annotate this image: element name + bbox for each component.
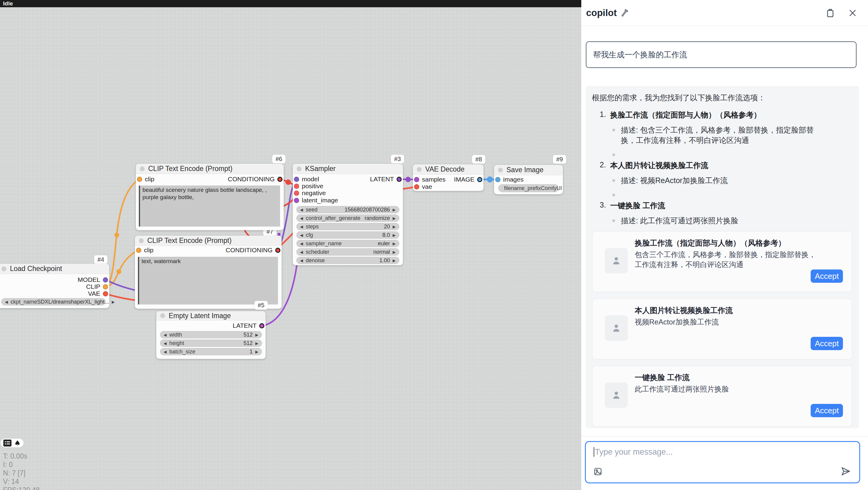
output-port-vae[interactable]: VAE	[88, 290, 108, 297]
output-port-clip[interactable]: CLIP	[86, 283, 108, 290]
node-list-icon[interactable]	[3, 439, 11, 446]
stepper-right-icon[interactable]	[255, 333, 258, 337]
output-port-model[interactable]: MODEL	[78, 277, 108, 283]
input-port-clip[interactable]: clip	[137, 176, 155, 182]
node-load-checkpoint[interactable]: Load Checkpoint MODEL CLIP VAE ckpt_name…	[0, 264, 109, 308]
stepper-left-icon[interactable]	[300, 208, 303, 212]
stepper-left-icon[interactable]	[300, 225, 303, 229]
accept-button[interactable]: Accept	[811, 404, 843, 417]
node-header[interactable]: CLIP Text Encode (Prompt)	[136, 164, 284, 174]
stepper-right-icon[interactable]	[255, 350, 258, 354]
stepper-left-icon[interactable]	[300, 242, 303, 246]
widget-cfg[interactable]: cfg8.0	[297, 231, 399, 239]
node-empty-latent-image[interactable]: Empty Latent Image LATENT width512 heigh…	[156, 311, 266, 359]
widget-steps[interactable]: steps20	[297, 223, 399, 230]
port-dot[interactable]	[294, 198, 299, 203]
stepper-left-icon[interactable]	[5, 300, 8, 304]
close-icon[interactable]	[848, 8, 857, 18]
port-dot[interactable]	[103, 277, 108, 283]
input-port-images[interactable]: images	[495, 176, 524, 183]
widget-batch-size[interactable]: batch_size1	[160, 348, 262, 355]
port-dot[interactable]	[277, 177, 282, 182]
port-dot[interactable]	[414, 177, 419, 182]
output-port-image[interactable]: IMAGE	[454, 176, 482, 183]
port-dot[interactable]	[294, 177, 299, 182]
stepper-left-icon[interactable]	[163, 333, 166, 337]
litegraph-tree-icon[interactable]: ♠	[14, 439, 21, 447]
chat-input[interactable]: Type your message...	[585, 441, 860, 483]
port-dot[interactable]	[259, 323, 265, 328]
stepper-right-icon[interactable]	[393, 242, 396, 246]
stepper-left-icon[interactable]	[300, 216, 303, 220]
stepper-left-icon[interactable]	[163, 341, 166, 345]
widget-scheduler[interactable]: schedulernormal	[297, 248, 399, 256]
collapse-dot-icon[interactable]	[498, 168, 503, 173]
widget-width[interactable]: width512	[160, 331, 262, 338]
input-port-positive[interactable]: positive	[294, 183, 323, 190]
node-header[interactable]: Load Checkpoint	[0, 264, 109, 274]
output-port-latent[interactable]: LATENT	[233, 322, 265, 329]
node-clip-text-encode-positive[interactable]: CLIP Text Encode (Prompt) clip CONDITION…	[136, 164, 284, 230]
node-header[interactable]: Empty Latent Image	[156, 311, 266, 320]
widget-ckpt-name[interactable]: ckpt_name SDXL/dreamshaperXL_light...	[1, 298, 105, 306]
stepper-right-icon[interactable]	[255, 341, 258, 345]
widget-seed[interactable]: seed156680208700286	[297, 206, 399, 213]
prompt-textarea[interactable]: beautiful scenery nature glass bottle la…	[139, 185, 280, 227]
node-save-image[interactable]: Save Image images filename_prefix ComfyU…	[494, 165, 563, 194]
port-dot[interactable]	[477, 177, 482, 182]
accept-button[interactable]: Accept	[811, 269, 843, 283]
accept-button[interactable]: Accept	[811, 337, 843, 350]
stepper-left-icon[interactable]	[300, 250, 303, 254]
stepper-right-icon[interactable]	[393, 259, 396, 262]
collapse-dot-icon[interactable]	[139, 238, 144, 243]
collapse-dot-icon[interactable]	[1, 266, 6, 271]
collapse-dot-icon[interactable]	[140, 167, 145, 171]
port-dot[interactable]	[137, 177, 142, 182]
stepper-left-icon[interactable]	[300, 233, 303, 237]
stepper-right-icon[interactable]	[393, 250, 396, 254]
port-dot[interactable]	[414, 184, 419, 190]
attach-image-button[interactable]	[593, 467, 603, 477]
collapse-dot-icon[interactable]	[297, 167, 302, 171]
port-dot[interactable]	[103, 291, 108, 296]
output-port-conditioning[interactable]: CONDITIONING	[226, 247, 280, 254]
widget-height[interactable]: height512	[160, 340, 262, 347]
port-dot[interactable]	[495, 177, 500, 182]
stepper-right-icon[interactable]	[393, 216, 396, 220]
reroute-dot-latent[interactable]	[405, 177, 411, 182]
input-port-latent-image[interactable]: latent_image	[294, 197, 338, 204]
port-dot[interactable]	[136, 248, 141, 253]
stepper-right-icon[interactable]	[112, 300, 115, 304]
stepper-left-icon[interactable]	[163, 350, 166, 354]
reroute-dot-clip1[interactable]	[114, 233, 119, 237]
clear-chat-button[interactable]	[825, 7, 835, 19]
reroute-dot-clip2[interactable]	[117, 269, 121, 274]
output-port-conditioning[interactable]: CONDITIONING	[228, 176, 282, 182]
widget-filename-prefix[interactable]: filename_prefix ComfyUI	[498, 184, 559, 192]
send-button[interactable]	[840, 466, 851, 477]
stepper-right-icon[interactable]	[393, 233, 396, 237]
stepper-right-icon[interactable]	[393, 208, 396, 212]
port-dot[interactable]	[275, 248, 280, 253]
input-placeholder-row[interactable]: Type your message...	[594, 447, 673, 457]
collapse-dot-icon[interactable]	[160, 313, 165, 318]
widget-control-after-generate[interactable]: control_after_generaterandomize	[297, 214, 399, 222]
stepper-left-icon[interactable]	[300, 259, 303, 262]
input-port-vae[interactable]: vae	[414, 183, 432, 190]
node-header[interactable]: Save Image	[494, 165, 563, 175]
node-canvas[interactable]: Idle #4 #6 #7 #3 #8 #9 #5	[0, 0, 581, 490]
collapse-dot-icon[interactable]	[417, 167, 422, 172]
input-port-model[interactable]: model	[294, 176, 319, 182]
output-port-latent[interactable]: LATENT	[370, 176, 402, 182]
widget-denoise[interactable]: denoise1.00	[297, 257, 399, 264]
prompt-textarea[interactable]: text, watermark	[138, 257, 278, 305]
reroute-dot-cond1[interactable]	[285, 179, 291, 185]
node-header[interactable]: KSampler	[293, 164, 403, 174]
reroute-dot-image[interactable]	[487, 176, 493, 182]
node-clip-text-encode-negative[interactable]: CLIP Text Encode (Prompt) clip CONDITION…	[135, 236, 282, 309]
widget-sampler-name[interactable]: sampler_nameeuler	[297, 240, 399, 247]
node-vae-decode[interactable]: VAE Decode samples vae IMAGE	[413, 164, 484, 191]
input-port-clip[interactable]: clip	[136, 247, 154, 254]
node-header[interactable]: VAE Decode	[413, 164, 484, 175]
port-dot[interactable]	[103, 284, 108, 289]
